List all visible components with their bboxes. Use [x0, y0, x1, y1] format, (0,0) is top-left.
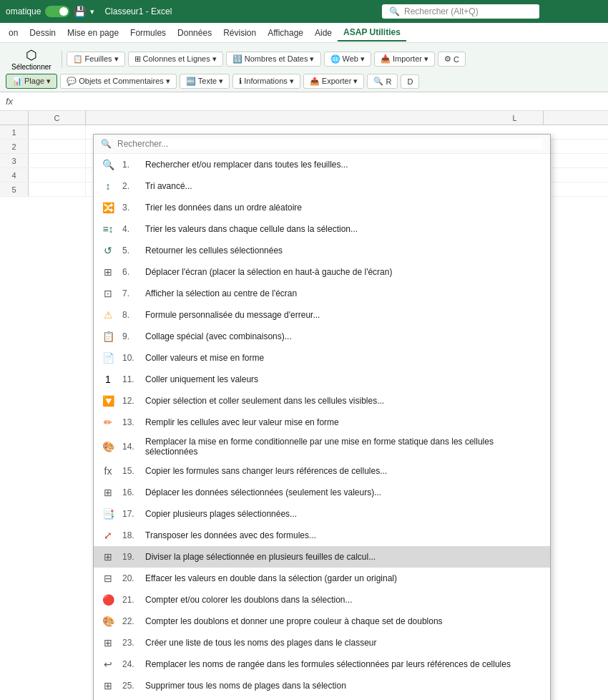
- menu-item-num-7: 7.: [122, 288, 138, 298]
- search2-icon: 🔍: [373, 77, 383, 86]
- menu-item-text-1: Rechercher et/ou remplacer dans toutes l…: [145, 160, 543, 170]
- dropdown-item-14[interactable]: 🎨14.Remplacer la mise en forme condition…: [94, 433, 550, 460]
- ribbon-btn-d[interactable]: D: [401, 74, 419, 89]
- dropdown-search-input[interactable]: [117, 139, 543, 149]
- plage-dropdown: 🔍 🔍1.Rechercher et/ou remplacer dans tou…: [93, 134, 551, 700]
- menu-item-mise-en-page[interactable]: Mise en page: [62, 25, 124, 41]
- dropdown-item-10[interactable]: 📄10.Coller valeurs et mise en forme: [94, 347, 550, 369]
- dropdown-item-7[interactable]: ⊡7.Afficher la sélection au centre de l'…: [94, 283, 550, 304]
- ribbon-btn-web[interactable]: 🌐 Web ▾: [324, 52, 371, 67]
- menu-item-num-16: 16.: [122, 487, 138, 497]
- menu-item-num-13: 13.: [122, 417, 138, 427]
- menu-item-icon-11: 1: [101, 372, 115, 387]
- ribbon-btn-importer[interactable]: 📥 Importer ▾: [374, 52, 435, 67]
- app-label: omatique: [6, 6, 41, 16]
- objets-icon: 💬: [67, 77, 77, 86]
- menu-item-on[interactable]: on: [3, 25, 24, 41]
- menu-item-icon-9: 📋: [101, 329, 115, 344]
- ribbon-select[interactable]: ⬡ Sélectionner: [6, 46, 57, 72]
- dropdown-item-22[interactable]: 🎨22.Compter les doublons et donner une p…: [94, 611, 550, 632]
- dropdown-item-12[interactable]: 🔽12.Copier sélection et coller seulement…: [94, 390, 550, 412]
- autosave-toggle[interactable]: [45, 6, 69, 17]
- dropdown-item-9[interactable]: 📋9.Collage spécial (avec combinaisons)..…: [94, 326, 550, 347]
- menu-item-num-2: 2.: [122, 181, 138, 191]
- dropdown-search-row: 🔍: [94, 135, 550, 154]
- menu-item-formules[interactable]: Formules: [124, 25, 172, 41]
- save-icon[interactable]: 💾: [74, 6, 86, 17]
- menu-item-donnees[interactable]: Données: [172, 25, 217, 41]
- ribbon-btn-settings[interactable]: ⚙ C: [438, 52, 466, 67]
- dropdown-item-19[interactable]: ⊞19.Diviser la plage sélectionnée en plu…: [94, 546, 550, 568]
- ribbon-btn-search-r[interactable]: 🔍 R: [367, 74, 398, 89]
- menu-item-icon-16: ⊞: [101, 485, 115, 500]
- fx-label: fx: [6, 96, 13, 107]
- menu-item-dessin[interactable]: Dessin: [24, 25, 62, 41]
- ribbon-btn-exporter[interactable]: 📤 Exporter ▾: [303, 74, 365, 89]
- menu-item-icon-25: ⊞: [101, 679, 115, 693]
- dropdown-item-6[interactable]: ⊞6.Déplacer l'écran (placer la sélection…: [94, 261, 550, 283]
- dropdown-item-5[interactable]: ↺5.Retourner les cellules sélectionnées: [94, 240, 550, 261]
- menu-item-num-8: 8.: [122, 310, 138, 320]
- dropdown-item-11[interactable]: 111.Coller uniquement les valeurs: [94, 369, 550, 390]
- ribbon-row1: ⬡ Sélectionner 📋 Feuilles ▾ ⊞ Colonnes e…: [6, 46, 602, 72]
- ribbon-btn-objets[interactable]: 💬 Objets et Commentaires ▾: [60, 74, 177, 89]
- corner-header: [0, 111, 29, 125]
- dropdown-item-2[interactable]: ↕2.Tri avancé...: [94, 175, 550, 197]
- dropdown-item-15[interactable]: fx15.Copier les formules sans changer le…: [94, 460, 550, 482]
- menu-item-num-3: 3.: [122, 203, 138, 213]
- formula-bar: fx: [0, 92, 608, 111]
- dropdown-item-4[interactable]: ≡↕4.Trier les valeurs dans chaque cellul…: [94, 218, 550, 240]
- menu-item-icon-14: 🎨: [101, 439, 115, 454]
- dropdown-item-24[interactable]: ↩24.Remplacer les noms de rangée dans le…: [94, 653, 550, 675]
- ribbon-btn-informations[interactable]: ℹ Informations ▾: [232, 74, 300, 89]
- menu-item-aide[interactable]: Aide: [309, 25, 338, 41]
- menu-item-text-11: Coller uniquement les valeurs: [145, 374, 543, 384]
- col-header-l: L: [486, 111, 544, 125]
- dropdown-item-18[interactable]: ⤢18.Transposer les données avec des form…: [94, 525, 550, 546]
- dropdown-item-13[interactable]: ✏13.Remplir les cellules avec leur valeu…: [94, 412, 550, 433]
- ribbon-btn-plage[interactable]: 📊 Plage ▾: [6, 74, 57, 89]
- ribbon-btn-nombres[interactable]: 🔢 Nombres et Dates ▾: [226, 52, 321, 67]
- texte-icon: 🔤: [186, 77, 196, 86]
- web-icon: 🌐: [330, 54, 340, 64]
- dropdown-item-8[interactable]: ⚠8.Formule personnalisée du message d'er…: [94, 304, 550, 326]
- menu-item-num-11: 11.: [122, 374, 138, 384]
- title-text: Classeur1 - Excel: [104, 6, 172, 16]
- dropdown-item-20[interactable]: ⊟20.Effacer les valeurs en double dans l…: [94, 568, 550, 589]
- dropdown-item-17[interactable]: 📑17.Copier plusieurs plages sélectionnée…: [94, 503, 550, 525]
- dropdown-item-1[interactable]: 🔍1.Rechercher et/ou remplacer dans toute…: [94, 154, 550, 175]
- menu-item-text-20: Effacer les valeurs en double dans la sé…: [145, 573, 543, 583]
- menu-item-text-5: Retourner les cellules sélectionnées: [145, 246, 543, 256]
- ribbon-btn-colonnes[interactable]: ⊞ Colonnes et Lignes ▾: [128, 52, 223, 67]
- menu-item-icon-7: ⊡: [101, 286, 115, 301]
- menu-item-icon-19: ⊞: [101, 550, 115, 564]
- menu-item-asap[interactable]: ASAP Utilities: [338, 24, 406, 42]
- menu-item-icon-23: ⊞: [101, 636, 115, 650]
- menu-bar: on Dessin Mise en page Formules Données …: [0, 23, 608, 43]
- menu-item-icon-8: ⚠: [101, 308, 115, 322]
- dropdown-item-26[interactable]: ⊞26.Supprimer tous les noms de plages da…: [94, 696, 550, 700]
- search-icon: 🔍: [389, 6, 400, 16]
- menu-item-text-17: Copier plusieurs plages sélectionnées...: [145, 509, 543, 519]
- dropdown-item-21[interactable]: 🔴21.Compter et/ou colorer les doublons d…: [94, 589, 550, 611]
- menu-item-text-12: Copier sélection et coller seulement dan…: [145, 396, 543, 406]
- menu-item-num-12: 12.: [122, 396, 138, 406]
- info-icon: ℹ: [239, 77, 242, 86]
- search-box[interactable]: 🔍 Rechercher (Alt+Q): [382, 4, 539, 19]
- dropdown-item-3[interactable]: 🔀3.Trier les données dans un ordre aléat…: [94, 197, 550, 218]
- menu-item-text-4: Trier les valeurs dans chaque cellule da…: [145, 224, 543, 234]
- dropdown-item-23[interactable]: ⊞23.Créer une liste de tous les noms des…: [94, 632, 550, 653]
- menu-item-icon-1: 🔍: [101, 157, 115, 172]
- menu-item-affichage[interactable]: Affichage: [262, 25, 309, 41]
- dropdown-item-25[interactable]: ⊞25.Supprimer tous les noms de plages da…: [94, 675, 550, 696]
- menu-item-num-5: 5.: [122, 246, 138, 256]
- ribbon-btn-feuilles[interactable]: 📋 Feuilles ▾: [67, 52, 125, 67]
- ribbon-btn-texte[interactable]: 🔤 Texte ▾: [180, 74, 230, 89]
- menu-item-revision[interactable]: Révision: [217, 25, 262, 41]
- undo-dropdown-icon[interactable]: ▾: [90, 7, 94, 16]
- dropdown-item-16[interactable]: ⊞16.Déplacer les données sélectionnées (…: [94, 482, 550, 503]
- importer-icon: 📥: [381, 54, 391, 64]
- menu-item-num-1: 1.: [122, 160, 138, 170]
- col-headers: C L: [0, 111, 608, 125]
- menu-item-num-25: 25.: [122, 681, 138, 691]
